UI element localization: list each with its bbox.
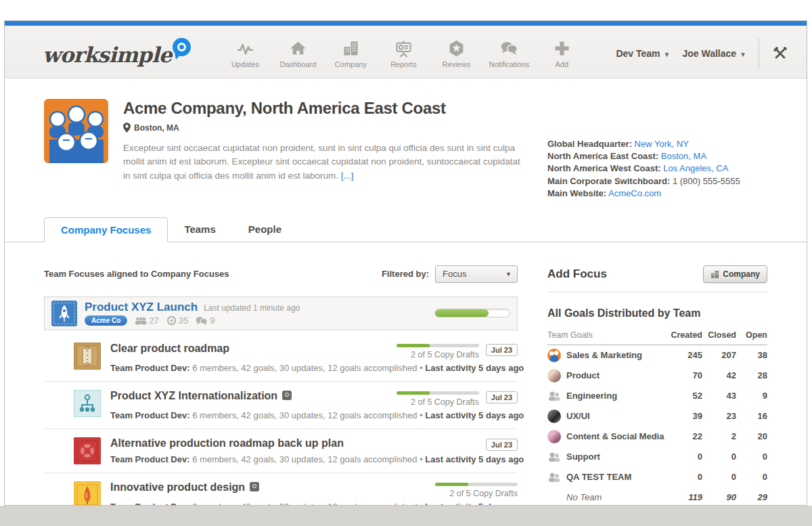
focus-item-title[interactable]: Innovative product design xyxy=(110,481,245,494)
focus-item-meta: Team Product Dev: 6 members, 42 goals, 3… xyxy=(110,410,518,420)
item-progress-label: 2 of 5 Copy Drafts xyxy=(449,489,518,498)
focus-item-title[interactable]: Alternative production roadmap back up p… xyxy=(110,437,344,450)
team-name[interactable]: QA TEST TEAM xyxy=(566,472,631,482)
members-stat: 27 xyxy=(135,315,158,326)
team-name[interactable]: Product xyxy=(566,370,600,380)
company-location: Boston, MA xyxy=(123,123,533,133)
item-progress-block: 2 of 5 Copy Drafts xyxy=(397,391,479,407)
focus-item-title[interactable]: Clear product roadmap xyxy=(110,343,229,355)
focus-item-row[interactable]: Clear product roadmap 2 of 5 Copy Drafts… xyxy=(44,334,518,382)
description-more-link[interactable]: [...] xyxy=(341,171,354,181)
home-icon xyxy=(276,39,319,58)
settings-tools-button[interactable] xyxy=(771,45,789,62)
nav-item-reviews[interactable]: Reviews xyxy=(434,39,478,68)
goals-table-header: Team Goals Created Closed Open xyxy=(547,330,767,345)
open-count: 20 xyxy=(736,431,767,441)
team-goals-row[interactable]: Content & Social Media 22 2 20 xyxy=(547,426,767,447)
tab-people[interactable]: People xyxy=(232,217,298,242)
logo-wordmark: worksimple xyxy=(43,38,171,66)
description-text: Excepteur sint occaecat cupidatat non pr… xyxy=(123,143,520,181)
open-count: 38 xyxy=(736,350,767,360)
team-goals-row[interactable]: Product 70 42 28 xyxy=(547,366,767,386)
info-link[interactable]: Boston, MA xyxy=(661,151,706,161)
nav-item-dashboard[interactable]: Dashboard xyxy=(276,39,319,68)
nav-item-updates[interactable]: Updates xyxy=(223,39,267,68)
nav-item-reports[interactable]: Reports xyxy=(382,39,425,68)
buildings-icon xyxy=(329,39,372,58)
org-badge[interactable]: Acme Co xyxy=(85,315,127,326)
worksimple-logo[interactable]: worksimple xyxy=(43,38,191,66)
parent-focus-title[interactable]: Product XYZ Launch xyxy=(85,301,198,314)
closed-count: 0 xyxy=(702,452,736,462)
nav-label-company: Company xyxy=(329,60,372,68)
rocket-icon xyxy=(51,301,77,326)
team-goals-row[interactable]: QA TEST TEAM 0 0 0 xyxy=(547,467,767,487)
focus-item-row[interactable]: Product XYZ Internationalization 2 of 5 … xyxy=(44,382,518,429)
filter-select[interactable]: Focus▼ xyxy=(435,265,518,283)
item-progress-track xyxy=(397,391,479,395)
team-label[interactable]: Team Product Dev: xyxy=(110,454,190,464)
team-goals-row[interactable]: Support 0 0 0 xyxy=(547,447,767,467)
visibility-badge-icon xyxy=(282,391,292,400)
nav-label-reports: Reports xyxy=(382,60,425,68)
nav-item-add[interactable]: Add xyxy=(540,39,583,68)
info-line: Main Corporate Switchboard: 1 (800) 555-… xyxy=(547,175,767,188)
roadmap-icon xyxy=(74,343,101,370)
team-label[interactable]: Team Product Dev: xyxy=(110,502,190,506)
info-line: Main Website: AcmeCo.com xyxy=(547,188,767,200)
focus-item-row[interactable]: Innovative product design 2 of 5 Copy Dr… xyxy=(44,473,518,506)
open-count: 16 xyxy=(736,411,767,421)
page-background-floor xyxy=(0,506,812,526)
pulse-icon xyxy=(223,39,267,58)
info-link[interactable]: New York, NY xyxy=(635,139,689,149)
due-date-badge: Jul 23 xyxy=(486,391,518,403)
nav-item-notifications[interactable]: Notifications xyxy=(487,39,531,68)
org-chart-icon xyxy=(74,390,101,417)
focus-item-row[interactable]: Alternative production roadmap back up p… xyxy=(44,429,518,473)
main-nav: Updates Dashboard Company Reports xyxy=(196,35,610,68)
team-name[interactable]: UX/UI xyxy=(566,411,590,421)
team-goals-row[interactable]: Engineering 52 43 9 xyxy=(547,386,767,406)
created-count: 70 xyxy=(664,370,702,380)
item-progress-fill xyxy=(435,483,468,486)
team-dropdown[interactable]: Dev Team▼ xyxy=(616,48,670,59)
created-count: 245 xyxy=(664,350,702,360)
item-progress-block: 2 of 5 Copy Drafts xyxy=(397,344,479,359)
nav-item-company[interactable]: Company xyxy=(329,39,372,68)
last-updated-text: Last updated 1 minute ago xyxy=(204,303,300,313)
team-name[interactable]: Sales & Marketing xyxy=(566,350,642,360)
tab-company-focuses[interactable]: Company Focuses xyxy=(44,217,168,242)
parent-progress-fill xyxy=(435,309,489,317)
team-goals-row[interactable]: Sales & Marketing 245 207 38 xyxy=(547,345,767,366)
info-link[interactable]: AcmeCo.com xyxy=(608,188,661,198)
nav-label-dashboard: Dashboard xyxy=(276,60,319,68)
focus-items-list: Clear product roadmap 2 of 5 Copy Drafts… xyxy=(44,334,518,506)
info-label: Main Corporate Switchboard: xyxy=(547,176,670,186)
team-meta: 6 members, 42 goals, 30 updates, 12 goal… xyxy=(190,502,420,506)
col-open: Open xyxy=(736,330,767,340)
info-label: North America East Coast: xyxy=(547,151,658,161)
closed-count: 43 xyxy=(702,391,736,401)
info-link[interactable]: Los Angeles, CA xyxy=(663,163,728,173)
item-progress-block: 2 of 5 Copy Drafts xyxy=(435,483,518,498)
add-company-focus-button[interactable]: Company xyxy=(703,265,767,283)
team-name[interactable]: Support xyxy=(566,452,600,462)
focus-item-title[interactable]: Product XYZ Internationalization xyxy=(110,390,277,402)
paintbrush-icon xyxy=(74,481,101,506)
item-progress-track xyxy=(435,483,518,486)
team-meta: 6 members, 42 goals, 30 updates, 12 goal… xyxy=(190,410,420,420)
team-name[interactable]: Content & Social Media xyxy=(566,431,664,441)
user-dropdown[interactable]: Joe Wallace▼ xyxy=(682,48,746,59)
tab-teams[interactable]: Teams xyxy=(168,217,231,242)
parent-focus-card[interactable]: Product XYZ Launch Last updated 1 minute… xyxy=(44,297,518,330)
app-header: worksimple Updates Dashboard Company xyxy=(5,26,807,79)
goals-heading: All Goals Distributed by Team xyxy=(547,307,767,320)
team-goals-row[interactable]: UX/UI 39 23 16 xyxy=(547,406,767,426)
target-icon xyxy=(166,315,177,326)
last-activity: Last activity 5 days ago xyxy=(425,363,524,373)
team-name[interactable]: Engineering xyxy=(566,391,617,401)
company-avatar[interactable] xyxy=(44,99,108,163)
team-label[interactable]: Team Product Dev: xyxy=(110,410,190,420)
logo-speech-bubble-icon xyxy=(173,38,191,56)
team-label[interactable]: Team Product Dev: xyxy=(110,363,190,373)
